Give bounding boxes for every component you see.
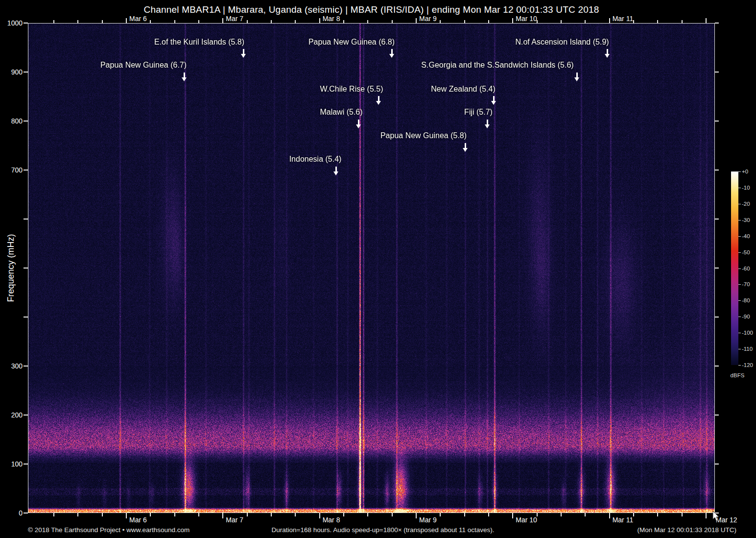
x-axis-major-tick-top bbox=[706, 18, 707, 23]
colorbar-tick-label: -50 bbox=[742, 249, 750, 255]
colorbar-tick-label: -30 bbox=[742, 217, 750, 223]
colorbar-tick-label: -40 bbox=[742, 233, 750, 239]
x-axis-minor-tick-bottom bbox=[440, 513, 441, 516]
x-axis-major-tick-top bbox=[222, 18, 223, 23]
annotation-down-arrow bbox=[604, 49, 610, 58]
x-axis-minor-tick-bottom bbox=[392, 513, 393, 516]
arrow-head bbox=[356, 124, 361, 128]
colorbar-tick bbox=[738, 365, 741, 366]
x-axis-minor-tick-bottom bbox=[198, 513, 199, 516]
x-axis-major-tick-top bbox=[512, 18, 513, 23]
colorbar-tick bbox=[738, 252, 741, 253]
annotation-label: Papua New Guinea (5.8) bbox=[380, 131, 467, 140]
annotation-label: New Zealand (5.4) bbox=[431, 85, 496, 94]
x-axis-major-tick-bottom bbox=[512, 513, 513, 518]
x-axis-minor-tick-top bbox=[488, 20, 489, 23]
x-axis-minor-tick-bottom bbox=[174, 513, 175, 516]
x-axis-minor-tick-bottom bbox=[271, 513, 272, 516]
annotation-label: Malawi (5.6) bbox=[320, 108, 362, 117]
x-axis-major-tick-top bbox=[609, 18, 610, 23]
annotation-label: E.of the Kuril Islands (5.8) bbox=[154, 38, 244, 47]
x-axis-minor-tick-top bbox=[657, 20, 658, 23]
arrow-head bbox=[376, 101, 381, 105]
y-axis-tick-left bbox=[24, 513, 28, 514]
x-axis-label-top: Mar 9 bbox=[419, 15, 437, 23]
y-axis-tick-right bbox=[715, 268, 719, 269]
annotation-label: Papua New Guinea (6.8) bbox=[308, 38, 395, 47]
colorbar-tick-label: +0 bbox=[742, 169, 748, 174]
colorbar-tick bbox=[738, 171, 741, 172]
colorbar-tick bbox=[738, 269, 741, 269]
x-axis-label-top: Mar 8 bbox=[323, 15, 340, 23]
annotation-down-arrow bbox=[491, 96, 496, 105]
arrow-head bbox=[605, 54, 610, 58]
x-axis-minor-tick-bottom bbox=[343, 513, 344, 516]
y-axis-tick-right bbox=[715, 121, 719, 122]
x-axis-minor-tick-bottom bbox=[77, 513, 78, 516]
y-axis-tick-left bbox=[24, 366, 28, 367]
y-axis-label: 1000 bbox=[1, 19, 23, 27]
arrow-stem bbox=[378, 96, 379, 101]
y-axis-tick-left bbox=[24, 464, 28, 465]
x-axis-minor-tick-top bbox=[464, 20, 465, 23]
page-title: Channel MBAR1A | Mbarara, Uganda (seismi… bbox=[28, 4, 715, 15]
colorbar-tick bbox=[738, 284, 741, 285]
annotation-down-arrow bbox=[574, 73, 580, 82]
x-axis-minor-tick-top bbox=[367, 20, 368, 23]
arrow-stem bbox=[607, 49, 608, 54]
colorbar-tick bbox=[738, 333, 741, 333]
x-axis-minor-tick-bottom bbox=[102, 513, 103, 516]
annotation-label: W.Chile Rise (5.5) bbox=[320, 85, 383, 94]
x-axis-minor-tick-top bbox=[53, 20, 54, 23]
x-axis-minor-tick-bottom bbox=[633, 513, 634, 516]
x-axis-minor-tick-bottom bbox=[537, 513, 538, 516]
x-axis-minor-tick-top bbox=[247, 20, 248, 23]
x-axis-minor-tick-bottom bbox=[295, 513, 296, 516]
x-axis-minor-tick-top bbox=[343, 20, 344, 23]
colorbar-tick bbox=[738, 220, 741, 220]
annotation-label: N.of Ascension Island (5.9) bbox=[515, 38, 609, 47]
arrow-head bbox=[333, 171, 338, 175]
annotation-label: S.Georgia and the S.Sandwich Islands (5.… bbox=[421, 61, 573, 70]
annotation-down-arrow bbox=[389, 49, 395, 58]
colorbar-tick-label: -110 bbox=[742, 346, 753, 352]
annotation-down-arrow bbox=[240, 49, 246, 58]
y-axis-tick-right bbox=[715, 219, 719, 220]
x-axis-label-top: Mar 10 bbox=[516, 15, 537, 23]
x-axis-major-tick-bottom bbox=[416, 513, 417, 518]
annotation-down-arrow bbox=[355, 120, 361, 129]
colorbar-tick bbox=[738, 349, 741, 349]
x-axis-minor-tick-bottom bbox=[367, 513, 368, 516]
y-axis-label: 200 bbox=[1, 411, 23, 419]
arrow-head bbox=[241, 54, 246, 58]
y-axis-tick-left bbox=[24, 23, 28, 24]
x-axis-label-bottom: Mar 7 bbox=[226, 516, 243, 524]
x-axis-major-tick-top bbox=[416, 18, 417, 23]
y-axis-label: 700 bbox=[1, 166, 23, 174]
x-axis-label-bottom: Mar 9 bbox=[419, 516, 437, 524]
arrow-stem bbox=[391, 49, 393, 54]
arrow-head bbox=[574, 77, 579, 81]
x-axis-minor-tick-bottom bbox=[682, 513, 683, 516]
y-axis-tick-left bbox=[24, 121, 28, 122]
x-axis-minor-tick-top bbox=[537, 20, 538, 23]
colorbar-tick-label: -80 bbox=[742, 297, 750, 303]
x-axis-label-bottom: Mar 8 bbox=[323, 516, 340, 524]
y-axis-title: Frequency (mHz) bbox=[6, 234, 16, 302]
x-axis-major-tick-bottom bbox=[706, 513, 707, 518]
y-axis-label: 900 bbox=[1, 68, 23, 76]
colorbar-tick bbox=[738, 236, 741, 237]
y-axis-tick-left bbox=[24, 268, 28, 269]
y-axis-label: 300 bbox=[1, 362, 23, 370]
arrow-head bbox=[389, 54, 394, 58]
x-axis-major-tick-bottom bbox=[609, 513, 610, 518]
spectrogram-canvas bbox=[28, 24, 714, 513]
colorbar-tick-label: -70 bbox=[742, 281, 750, 287]
annotation-down-arrow bbox=[484, 120, 490, 129]
y-axis-tick-right bbox=[715, 464, 719, 465]
x-axis-minor-tick-top bbox=[585, 20, 586, 23]
footer-copyright: © 2018 The Earthsound Project • www.eart… bbox=[28, 526, 189, 534]
y-axis-tick-left bbox=[24, 415, 28, 416]
y-axis-tick-right bbox=[715, 366, 719, 367]
y-axis-tick-left bbox=[24, 72, 28, 73]
